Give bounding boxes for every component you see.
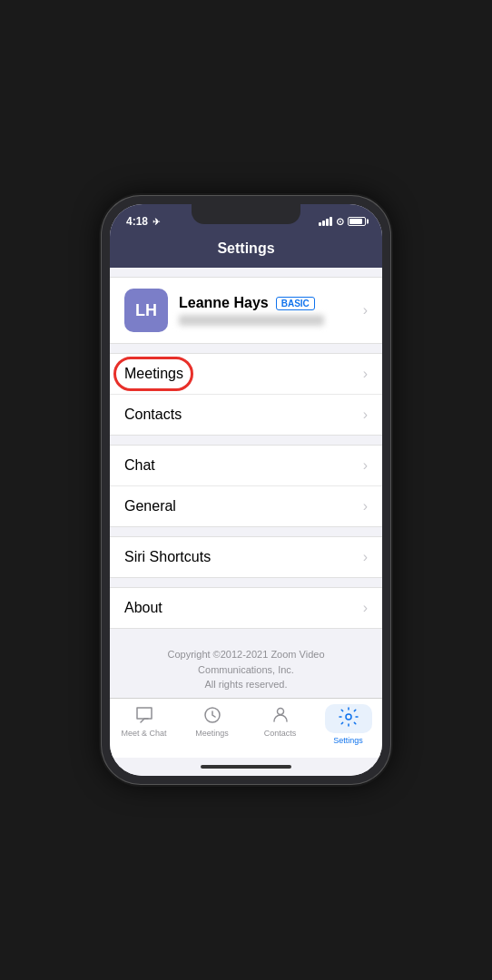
home-bar — [201, 765, 291, 769]
settings-tab-icon — [338, 706, 359, 728]
siri-chevron: › — [363, 549, 368, 565]
menu-item-meetings[interactable]: Meetings › — [110, 354, 382, 395]
tab-meetings[interactable]: Meetings — [178, 704, 246, 745]
time-display: 4:18 — [126, 215, 148, 228]
menu-item-contacts[interactable]: Contacts › — [110, 395, 382, 435]
settings-tab-label: Settings — [333, 736, 363, 745]
home-indicator — [110, 758, 382, 776]
chat-chevron: › — [363, 457, 368, 474]
nav-header: Settings — [110, 233, 382, 268]
profile-info: Leanne Hays BASIC — [179, 295, 352, 326]
plan-badge: BASIC — [276, 297, 315, 310]
about-chevron: › — [363, 600, 368, 616]
menu-section-2: Chat › General › — [110, 445, 382, 527]
phone-frame: 4:18 ✈ ⊙ Settings — [101, 195, 391, 785]
battery-icon — [348, 217, 366, 226]
wifi-icon: ⊙ — [336, 216, 344, 228]
tab-contacts[interactable]: Contacts — [246, 704, 314, 745]
notch — [192, 204, 300, 224]
profile-email-blurred — [179, 315, 324, 326]
profile-row[interactable]: LH Leanne Hays BASIC › — [110, 277, 382, 344]
menu-item-chat[interactable]: Chat › — [110, 446, 382, 486]
menu-item-general[interactable]: General › — [110, 486, 382, 526]
signal-icon — [319, 217, 332, 226]
meetings-label: Meetings — [124, 366, 183, 382]
status-right: ⊙ — [319, 216, 366, 228]
menu-section-1: Meetings › Contacts › — [110, 353, 382, 436]
location-icon: ✈ — [153, 217, 160, 227]
general-chevron: › — [363, 498, 368, 514]
siri-label: Siri Shortcuts — [124, 549, 211, 565]
general-label: General — [124, 498, 176, 514]
meetings-tab-label: Meetings — [195, 729, 229, 738]
tab-settings[interactable]: Settings — [314, 704, 382, 745]
profile-chevron: › — [363, 302, 368, 318]
page-title: Settings — [217, 240, 274, 256]
avatar: LH — [124, 289, 168, 332]
phone-screen: 4:18 ✈ ⊙ Settings — [110, 204, 382, 776]
contacts-chevron: › — [363, 407, 368, 423]
contacts-tab-label: Contacts — [264, 729, 297, 738]
meetings-chevron: › — [363, 366, 368, 382]
about-label: About — [124, 600, 162, 616]
contacts-tab-icon — [270, 704, 291, 726]
tab-bar: Meet & Chat Meetings Contacts — [110, 698, 382, 758]
svg-point-1 — [277, 709, 283, 715]
copyright-text: Copyright ©2012-2021 Zoom Video Communic… — [110, 629, 382, 698]
contacts-label: Contacts — [124, 407, 182, 423]
chat-label: Chat — [124, 457, 155, 474]
meet-chat-icon — [133, 704, 155, 726]
status-left: 4:18 ✈ — [126, 215, 160, 228]
menu-item-about[interactable]: About › — [110, 588, 382, 628]
menu-item-siri[interactable]: Siri Shortcuts › — [110, 537, 382, 577]
profile-name-row: Leanne Hays BASIC — [179, 295, 352, 311]
settings-active-bg — [325, 704, 372, 733]
menu-section-4: About › — [110, 587, 382, 629]
content-area: LH Leanne Hays BASIC › Meetings › — [110, 268, 382, 698]
svg-point-2 — [346, 714, 351, 720]
meetings-tab-icon — [202, 704, 223, 726]
menu-section-3: Siri Shortcuts › — [110, 536, 382, 578]
meet-chat-tab-label: Meet & Chat — [121, 729, 166, 738]
tab-meet-chat[interactable]: Meet & Chat — [110, 704, 178, 745]
profile-name: Leanne Hays — [179, 295, 269, 311]
